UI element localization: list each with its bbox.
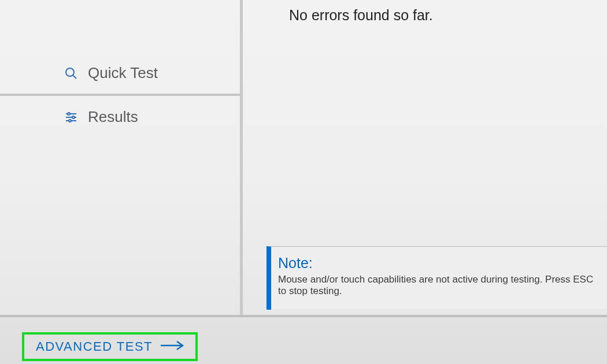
svg-point-6 [72, 116, 75, 118]
note-title: Note: [278, 255, 601, 272]
search-icon [64, 66, 79, 81]
advanced-test-button[interactable]: ADVANCED TEST [22, 332, 198, 361]
note-body: Mouse and/or touch capabilities are not … [278, 274, 601, 297]
svg-point-7 [69, 120, 71, 122]
svg-point-5 [68, 113, 70, 115]
status-message: No errors found so far. [289, 7, 433, 24]
main-panel: No errors found so far. Note: Mouse and/… [246, 0, 607, 315]
note-box: Note: Mouse and/or touch capabilities ar… [267, 246, 607, 310]
svg-line-1 [73, 75, 77, 79]
svg-point-0 [66, 68, 74, 76]
sidebar: Quick Test Results [0, 0, 243, 315]
footer: ADVANCED TEST [0, 315, 607, 364]
sliders-icon [64, 110, 79, 125]
sidebar-item-quick-test[interactable]: Quick Test [0, 52, 240, 96]
arrow-right-icon [160, 340, 185, 353]
sidebar-item-label: Quick Test [88, 64, 158, 82]
sidebar-item-label: Results [88, 108, 138, 126]
advanced-test-label: ADVANCED TEST [36, 339, 153, 354]
sidebar-item-results[interactable]: Results [0, 96, 240, 138]
